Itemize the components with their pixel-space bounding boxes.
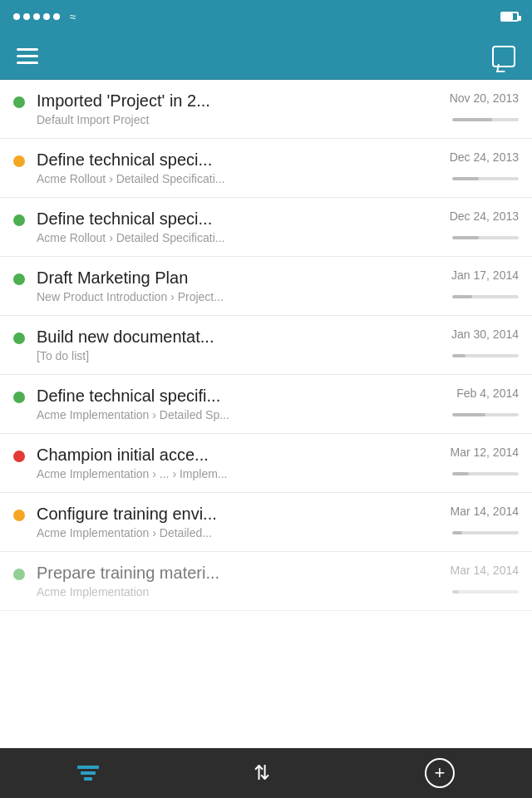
task-title: Build new documentat... [37, 328, 443, 347]
progress-bar [452, 236, 519, 239]
task-date: Dec 24, 2013 [450, 150, 519, 164]
signal-dot-5 [53, 13, 60, 20]
task-item[interactable]: Define technical speci... Dec 24, 2013 A… [0, 198, 532, 257]
task-title: Define technical speci... [37, 209, 441, 229]
task-content: Configure training envi... Mar 14, 2014 … [37, 505, 519, 539]
task-sub: Acme Implementation [37, 585, 519, 598]
task-header: Imported 'Project' in 2... Nov 20, 2013 [37, 91, 519, 111]
chat-button[interactable] [492, 46, 515, 67]
task-date: Mar 12, 2014 [451, 446, 520, 459]
filter-line-1 [77, 766, 99, 769]
progress-fill [452, 236, 479, 239]
menu-button[interactable] [17, 48, 38, 64]
task-item[interactable]: Prepare training materi... Mar 14, 2014 … [0, 552, 532, 611]
task-item[interactable]: Configure training envi... Mar 14, 2014 … [0, 493, 532, 552]
sort-button[interactable]: ⇅ [254, 761, 270, 785]
task-content: Imported 'Project' in 2... Nov 20, 2013 … [37, 91, 519, 126]
wifi-icon: ≈ [70, 10, 76, 23]
filter-button[interactable] [77, 766, 99, 781]
task-subtitle: Acme Implementation › ... › Implem... [37, 467, 444, 480]
task-date: Dec 24, 2013 [450, 209, 519, 223]
task-content: Define technical specifi... Feb 4, 2014 … [37, 387, 519, 421]
progress-fill [452, 118, 492, 121]
task-sub: New Product Introduction › Project... [37, 290, 519, 303]
task-header: Configure training envi... Mar 14, 2014 [37, 505, 519, 524]
sort-icon: ⇅ [254, 761, 270, 785]
progress-bar [452, 531, 519, 534]
status-dot [13, 392, 25, 403]
menu-line-2 [17, 55, 38, 57]
task-sub: Default Import Project [37, 113, 519, 126]
menu-line-1 [17, 48, 38, 51]
task-title: Draft Marketing Plan [37, 268, 443, 288]
status-dot [13, 332, 25, 344]
task-date: Feb 4, 2014 [456, 387, 519, 400]
task-date: Mar 14, 2014 [451, 505, 520, 518]
task-subtitle: [To do list] [37, 349, 444, 362]
task-header: Prepare training materi... Mar 14, 2014 [37, 564, 519, 583]
task-title: Prepare training materi... [37, 564, 442, 583]
status-bar: ≈ [0, 0, 532, 33]
task-subtitle: Default Import Project [37, 113, 444, 126]
task-subtitle: New Product Introduction › Project... [37, 290, 444, 303]
task-sub: Acme Implementation › ... › Implem... [37, 467, 519, 480]
status-dot [13, 96, 25, 108]
task-item[interactable]: Draft Marketing Plan Jan 17, 2014 New Pr… [0, 257, 532, 316]
task-date: Jan 30, 2014 [451, 328, 519, 341]
task-sub: Acme Implementation › Detailed... [37, 526, 519, 539]
progress-bar [452, 413, 519, 416]
task-date: Jan 17, 2014 [451, 268, 519, 282]
task-sub: [To do list] [37, 349, 519, 362]
task-item[interactable]: Define technical speci... Dec 24, 2013 A… [0, 139, 532, 198]
signal-dot-4 [43, 13, 50, 20]
task-header: Define technical speci... Dec 24, 2013 [37, 209, 519, 229]
task-list: Imported 'Project' in 2... Nov 20, 2013 … [0, 80, 532, 748]
status-dot [13, 451, 25, 462]
task-subtitle: Acme Implementation [37, 585, 444, 598]
progress-bar [452, 118, 519, 121]
signal-dot-3 [33, 13, 40, 20]
progress-fill [452, 177, 479, 180]
task-subtitle: Acme Rollout › Detailed Specificati... [37, 172, 444, 185]
status-dot [13, 273, 25, 285]
task-content: Define technical speci... Dec 24, 2013 A… [37, 150, 519, 185]
add-button[interactable]: + [425, 758, 455, 788]
task-header: Draft Marketing Plan Jan 17, 2014 [37, 268, 519, 288]
task-date: Mar 14, 2014 [451, 564, 520, 577]
task-content: Draft Marketing Plan Jan 17, 2014 New Pr… [37, 268, 519, 303]
progress-fill [452, 295, 472, 298]
add-icon: + [435, 762, 446, 784]
task-header: Define technical specifi... Feb 4, 2014 [37, 387, 519, 406]
status-dot [13, 569, 25, 580]
status-dot [13, 214, 25, 226]
task-content: Build new documentat... Jan 30, 2014 [To… [37, 328, 519, 362]
task-title: Champion initial acce... [37, 446, 442, 465]
bottom-bar: ⇅ + [0, 748, 532, 798]
task-content: Champion initial acce... Mar 12, 2014 Ac… [37, 446, 519, 480]
task-title: Configure training envi... [37, 505, 442, 524]
progress-bar [452, 472, 519, 475]
task-sub: Acme Rollout › Detailed Specificati... [37, 172, 519, 185]
progress-fill [452, 531, 462, 534]
progress-bar [452, 177, 519, 180]
task-item[interactable]: Define technical specifi... Feb 4, 2014 … [0, 375, 532, 434]
task-header: Build new documentat... Jan 30, 2014 [37, 328, 519, 347]
task-item[interactable]: Imported 'Project' in 2... Nov 20, 2013 … [0, 80, 532, 139]
menu-line-3 [17, 62, 38, 64]
filter-line-3 [84, 777, 92, 781]
task-header: Champion initial acce... Mar 12, 2014 [37, 446, 519, 465]
task-item[interactable]: Champion initial acce... Mar 12, 2014 Ac… [0, 434, 532, 493]
task-sub: Acme Implementation › Detailed Sp... [37, 408, 519, 421]
task-subtitle: Acme Rollout › Detailed Specificati... [37, 231, 444, 244]
task-title: Imported 'Project' in 2... [37, 91, 441, 111]
status-dot [13, 510, 25, 521]
progress-fill [452, 354, 466, 357]
status-right [485, 12, 519, 22]
task-title: Define technical speci... [37, 150, 441, 170]
progress-bar [452, 295, 519, 298]
signal-dot-1 [13, 13, 20, 20]
status-left: ≈ [13, 10, 76, 23]
filter-line-2 [81, 771, 96, 775]
signal-dot-2 [23, 13, 30, 20]
task-item[interactable]: Build new documentat... Jan 30, 2014 [To… [0, 316, 532, 375]
